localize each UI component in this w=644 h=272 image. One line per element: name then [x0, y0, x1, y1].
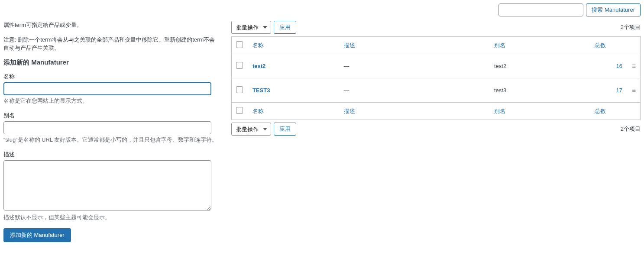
name-help: 名称是它在您网站上的显示方式。	[3, 97, 218, 105]
col-footer-count[interactable]: 总数	[595, 108, 606, 114]
row-checkbox[interactable]	[236, 86, 243, 93]
row-slug: test3	[490, 78, 590, 103]
col-header-count[interactable]: 总数	[595, 42, 606, 49]
description-help: 描述默认不显示，但某些主题可能会显示。	[3, 214, 218, 221]
apply-button-bottom[interactable]: 应用	[274, 123, 296, 136]
drag-handle-icon[interactable]: ≡	[632, 87, 636, 94]
add-new-button[interactable]: 添加新的 Manufaturer	[3, 228, 71, 242]
notice-text: 注意: 删除一个term将会从与之关联的全部产品和变量中移除它。重新创建的ter…	[3, 36, 218, 52]
slug-label: 别名	[3, 112, 218, 120]
table-row: test2 — test2 16 ≡	[232, 54, 641, 78]
table-row: TEST3 — test3 17 ≡	[232, 78, 641, 103]
row-count-link[interactable]: 16	[616, 63, 622, 69]
drag-handle-icon[interactable]: ≡	[632, 63, 636, 70]
col-footer-name[interactable]: 名称	[252, 108, 264, 114]
row-description: —	[344, 87, 350, 94]
name-input[interactable]	[3, 82, 211, 95]
search-button[interactable]: 搜索 Manufaturer	[586, 3, 641, 16]
slug-input[interactable]	[3, 121, 211, 134]
intro-text: 属性term可指定给产品或变量。	[3, 21, 218, 29]
slug-help: “slug”是名称的 URL 友好版本。它通常都是小写的，并且只包含字母、数字和…	[3, 136, 218, 144]
name-label: 名称	[3, 73, 218, 81]
row-checkbox[interactable]	[236, 62, 243, 69]
col-footer-description[interactable]: 描述	[344, 108, 355, 114]
item-count-bottom: 2个项目	[621, 125, 641, 133]
col-footer-slug[interactable]: 别名	[494, 108, 505, 114]
row-description: —	[344, 63, 350, 69]
row-name-link[interactable]: test2	[252, 63, 265, 69]
row-name-link[interactable]: TEST3	[252, 87, 270, 94]
row-count-link[interactable]: 17	[616, 87, 622, 94]
row-slug: test2	[490, 54, 590, 78]
terms-table: 名称 描述 别名 总数 test2 — test2 16 ≡	[231, 36, 641, 120]
col-header-name[interactable]: 名称	[252, 42, 264, 49]
bulk-action-select-bottom[interactable]: 批量操作	[231, 123, 271, 136]
description-label: 描述	[3, 151, 218, 159]
description-textarea[interactable]	[3, 160, 211, 210]
select-all-bottom[interactable]	[236, 107, 243, 114]
add-new-heading: 添加新的 Manufaturer	[3, 58, 218, 67]
col-header-slug[interactable]: 别名	[494, 42, 505, 49]
bulk-action-select-top[interactable]: 批量操作	[231, 21, 271, 34]
col-header-description[interactable]: 描述	[344, 42, 355, 49]
search-input[interactable]	[498, 3, 583, 16]
select-all-top[interactable]	[236, 41, 243, 48]
item-count-top: 2个项目	[621, 23, 641, 31]
apply-button-top[interactable]: 应用	[274, 21, 296, 34]
